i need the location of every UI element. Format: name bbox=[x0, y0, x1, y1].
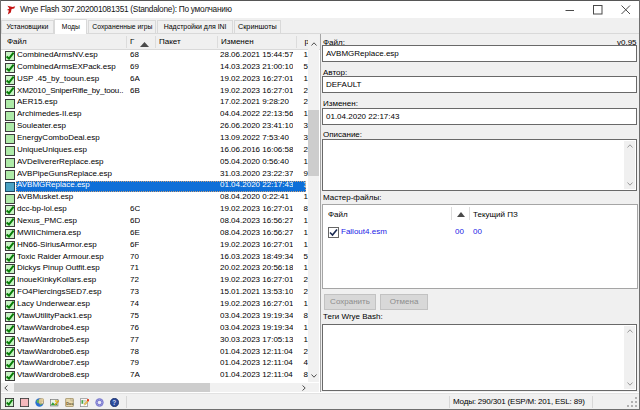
svg-text:Doc: Doc bbox=[66, 401, 74, 406]
svg-text:?: ? bbox=[112, 399, 116, 406]
